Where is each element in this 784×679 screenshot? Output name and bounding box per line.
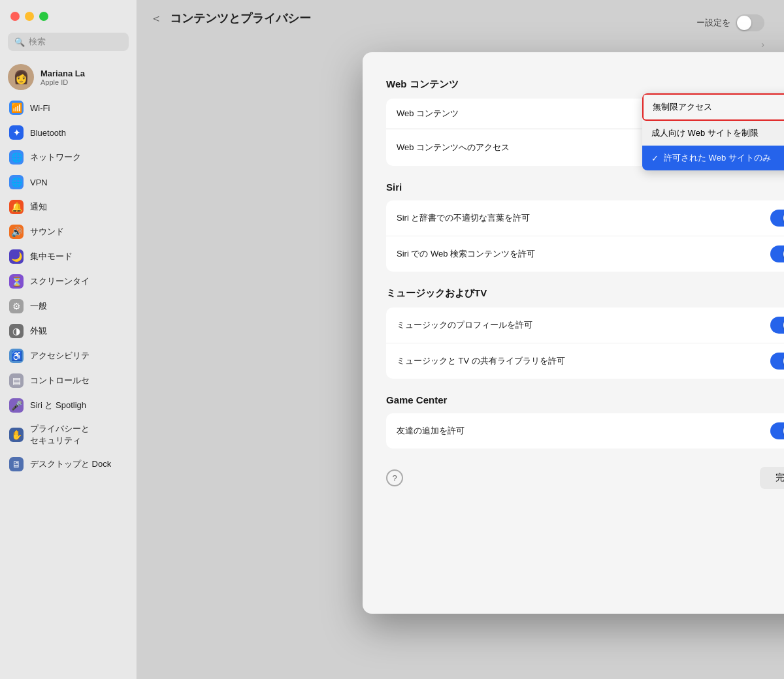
siri-toggle-1[interactable] xyxy=(770,245,784,262)
appear-icon: ◑ xyxy=(9,324,24,338)
sidebar-label-appear: 外観 xyxy=(30,325,47,337)
sidebar-label-privacy: プライバシーとセキュリティ xyxy=(30,423,90,447)
music-label-0: ミュージックのプロフィールを許可 xyxy=(397,319,532,331)
search-placeholder: 検索 xyxy=(29,36,46,48)
sidebar-item-notif[interactable]: 🔔 通知 xyxy=(0,195,137,219)
siri-header: Siri xyxy=(386,182,784,193)
web-content-label: Web コンテンツ xyxy=(397,108,459,119)
modal-dialog: Web コンテンツ Web コンテンツ Web コンテンツへのアクセス カスタマ… xyxy=(363,52,784,614)
vpn-icon: 🌐 xyxy=(9,175,24,189)
sidebar-item-bluetooth[interactable]: ✦ Bluetooth xyxy=(0,120,137,145)
siri-label-0: Siri と辞書での不適切な言葉を許可 xyxy=(397,212,530,224)
modal-bottom: ? 完了 xyxy=(386,467,784,489)
screen-icon: ⏳ xyxy=(9,274,24,289)
search-icon: 🔍 xyxy=(14,37,25,47)
notif-icon: 🔔 xyxy=(9,200,24,214)
dropdown-option-allowed[interactable]: ✓ 許可された Web サイトのみ xyxy=(642,146,784,170)
sidebar-item-focus[interactable]: 🌙 集中モード xyxy=(0,244,137,269)
game-center-toggle-0[interactable] xyxy=(770,422,784,439)
sidebar-label-network: ネットワーク xyxy=(30,151,81,163)
game-center-label-0: 友達の追加を許可 xyxy=(397,425,465,437)
siri-toggle-0[interactable] xyxy=(770,210,784,227)
music-label-1: ミュージックと TV の共有ライブラリを許可 xyxy=(397,355,565,367)
music-toggle-0[interactable] xyxy=(770,317,784,334)
music-tv-header: ミュージックおよびTV xyxy=(386,287,784,300)
web-content-row-container: Web コンテンツ Web コンテンツへのアクセス カスタマイズ... 無制限ア… xyxy=(386,99,784,166)
traffic-lights xyxy=(0,0,137,30)
sidebar-label-screen: スクリーンタイ xyxy=(30,276,90,287)
access-icon: ♿ xyxy=(9,349,24,363)
sidebar-label-wifi: Wi-Fi xyxy=(30,103,50,113)
user-profile[interactable]: 👩 Mariana La Apple ID xyxy=(0,59,137,95)
desktop-icon: 🖥 xyxy=(9,457,24,471)
done-button[interactable]: 完了 xyxy=(760,467,784,489)
general-icon: ⚙ xyxy=(9,299,24,313)
sidebar-label-vpn: VPN xyxy=(30,178,48,187)
sidebar-item-vpn[interactable]: 🌐 VPN xyxy=(0,170,137,195)
maximize-button[interactable] xyxy=(39,12,48,21)
music-row-0: ミュージックのプロフィールを許可 xyxy=(386,308,784,343)
sidebar: 🔍 検索 👩 Mariana La Apple ID 📶 Wi-Fi ✦ Blu… xyxy=(0,0,137,679)
sidebar-label-siri: Siri と Spotligh xyxy=(30,400,86,411)
minimize-button[interactable] xyxy=(25,12,34,21)
control-icon: ▤ xyxy=(9,373,24,388)
user-info: Mariana La Apple ID xyxy=(41,69,85,86)
user-sub: Apple ID xyxy=(41,78,85,86)
sidebar-item-wifi[interactable]: 📶 Wi-Fi xyxy=(0,95,137,120)
sidebar-item-sound[interactable]: 🔊 サウンド xyxy=(0,219,137,244)
web-content-header: Web コンテンツ xyxy=(386,78,784,91)
sidebar-item-network[interactable]: 🌐 ネットワーク xyxy=(0,145,137,170)
sidebar-label-bluetooth: Bluetooth xyxy=(30,128,66,138)
music-tv-section: ミュージックおよびTV ミュージックのプロフィールを許可 ミュージックと TV … xyxy=(386,287,784,379)
dropdown-label-allowed: 許可された Web サイトのみ xyxy=(664,152,771,164)
sidebar-item-appear[interactable]: ◑ 外観 xyxy=(0,319,137,343)
modal-overlay: Web コンテンツ Web コンテンツ Web コンテンツへのアクセス カスタマ… xyxy=(274,0,784,679)
search-bar[interactable]: 🔍 検索 xyxy=(8,33,129,51)
dropdown-label-unlimited: 無制限アクセス xyxy=(653,101,712,113)
web-content-section: Web コンテンツ Web コンテンツ Web コンテンツへのアクセス カスタマ… xyxy=(386,78,784,166)
siri-row-0: Siri と辞書での不適切な言葉を許可 xyxy=(386,200,784,236)
sidebar-label-desktop: デスクトップと Dock xyxy=(30,458,111,470)
sidebar-item-screen[interactable]: ⏳ スクリーンタイ xyxy=(0,269,137,294)
siri-section: Siri Siri と辞書での不適切な言葉を許可 Siri での Web 検索コ… xyxy=(386,182,784,272)
sidebar-label-general: 一般 xyxy=(30,300,47,312)
user-name: Mariana La xyxy=(41,69,85,78)
main-area: ＜ コンテンツとプライバシー › › ? ー設定を Web コンテンツ xyxy=(137,0,784,679)
wifi-icon: 📶 xyxy=(9,101,24,115)
sidebar-item-access[interactable]: ♿ アクセシビリテ xyxy=(0,343,137,368)
sidebar-label-notif: 通知 xyxy=(30,201,47,213)
dropdown-option-unlimited[interactable]: 無制限アクセス xyxy=(642,93,784,121)
dropdown-label-adult: 成人向け Web サイトを制限 xyxy=(651,127,759,139)
close-button[interactable] xyxy=(10,12,20,21)
dropdown-menu: 無制限アクセス 成人向け Web サイトを制限 ✓ 許可された Web サイトの… xyxy=(642,93,784,170)
dropdown-option-adult[interactable]: 成人向け Web サイトを制限 xyxy=(642,121,784,146)
sidebar-item-desktop[interactable]: 🖥 デスクトップと Dock xyxy=(0,452,137,477)
sidebar-label-focus: 集中モード xyxy=(30,251,73,262)
focus-icon: 🌙 xyxy=(9,249,24,264)
sidebar-item-general[interactable]: ⚙ 一般 xyxy=(0,294,137,319)
siri-row-1: Siri での Web 検索コンテンツを許可 xyxy=(386,236,784,272)
sidebar-label-access: アクセシビリテ xyxy=(30,350,90,362)
network-icon: 🌐 xyxy=(9,150,24,165)
game-center-header: Game Center xyxy=(386,394,784,405)
siri-label-1: Siri での Web 検索コンテンツを許可 xyxy=(397,248,535,260)
game-center-section: Game Center 友達の追加を許可 xyxy=(386,394,784,449)
sidebar-item-siri[interactable]: 🎤 Siri と Spotligh xyxy=(0,393,137,418)
music-toggle-1[interactable] xyxy=(770,353,784,370)
game-center-row-0: 友達の追加を許可 xyxy=(386,413,784,449)
music-row-1: ミュージックと TV の共有ライブラリを許可 xyxy=(386,343,784,379)
web-access-label: Web コンテンツへのアクセス xyxy=(397,142,510,153)
sidebar-label-control: コントロールセ xyxy=(30,375,90,387)
avatar: 👩 xyxy=(8,64,34,90)
check-icon: ✓ xyxy=(651,153,659,163)
privacy-icon: ✋ xyxy=(9,428,24,442)
sidebar-item-privacy[interactable]: ✋ プライバシーとセキュリティ xyxy=(0,418,137,452)
bluetooth-icon: ✦ xyxy=(9,125,24,140)
back-button[interactable]: ＜ xyxy=(150,10,162,26)
sound-icon: 🔊 xyxy=(9,225,24,239)
sidebar-item-control[interactable]: ▤ コントロールセ xyxy=(0,368,137,393)
help-button[interactable]: ? xyxy=(386,469,403,486)
siri-icon: 🎤 xyxy=(9,398,24,413)
sidebar-label-sound: サウンド xyxy=(30,226,64,238)
